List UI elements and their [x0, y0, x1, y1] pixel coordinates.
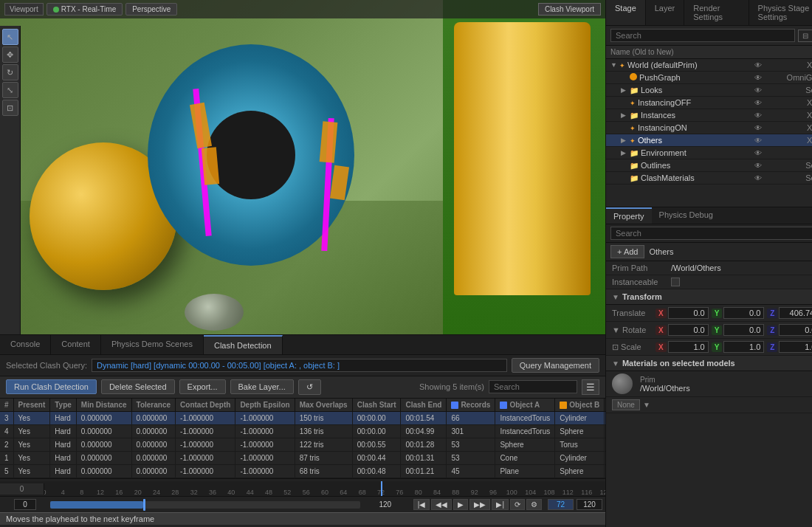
tree-item-clashmaterials[interactable]: 📁 ClashMaterials 👁 Scope — [606, 172, 812, 185]
tab-stage[interactable]: Stage — [606, 0, 646, 25]
tree-item-instancingoff[interactable]: ✦ InstancingOFF 👁 Xform — [606, 97, 812, 109]
loop-button[interactable]: ⟳ — [510, 499, 525, 510]
tab-clash-detection[interactable]: Clash Detection — [204, 335, 283, 354]
viewport-label: Viewport — [4, 3, 44, 16]
rotate-x-input[interactable] — [668, 324, 709, 336]
rtx-realtime-button[interactable]: RTX - Real-Time — [47, 3, 123, 16]
clash-table-body: 3 Yes Hard 0.000000 0.000000 -1.000000 -… — [0, 412, 605, 478]
tab-physics-stage[interactable]: Physics Stage Settings — [749, 0, 812, 25]
export-button[interactable]: Export... — [179, 379, 226, 394]
scale-y-input[interactable] — [723, 341, 764, 353]
visibility-icon[interactable]: 👁 — [754, 162, 769, 170]
tree-item-others[interactable]: ▶ ✦ Others 👁 Xform — [606, 134, 812, 147]
materials-section-header[interactable]: ▼ Materials on selected models — [606, 356, 812, 371]
tree-item-world[interactable]: ▼ ✦ World (defaultPrim) 👁 Xform — [606, 59, 812, 72]
transform-section-header[interactable]: ▼ Transform ⊡ — [606, 289, 812, 305]
instanceable-checkbox[interactable] — [671, 278, 680, 286]
rotate-y-input[interactable] — [723, 324, 764, 336]
translate-y-input[interactable] — [723, 307, 764, 319]
visibility-icon[interactable]: 👁 — [754, 74, 769, 82]
play-beginning-button[interactable]: |◀ — [413, 499, 430, 510]
table-row[interactable]: 4 Yes Hard 0.000000 0.000000 -1.000000 -… — [0, 425, 605, 438]
translate-x-input[interactable] — [668, 307, 709, 319]
play-end-button[interactable]: ▶| — [492, 499, 509, 510]
visibility-icon[interactable]: 👁 — [754, 174, 769, 182]
timeline-scrub-bar[interactable] — [50, 501, 360, 509]
scale-z-input[interactable] — [779, 341, 812, 353]
tree-item-instancingon[interactable]: ✦ InstancingON 👁 Xform — [606, 122, 812, 134]
tab-property[interactable]: Property — [606, 207, 652, 224]
timeline-mark-40: 40 — [227, 489, 235, 496]
settings-button[interactable]: ⚙ — [526, 499, 542, 510]
tree-item-label: Instances — [641, 111, 754, 120]
tree-item-instances[interactable]: ▶ 📁 Instances 👁 Xform — [606, 109, 812, 122]
z-axis-label: Z — [767, 309, 777, 318]
move-tool-button[interactable] — [2, 46, 18, 63]
tree-item-environment[interactable]: ▶ 📁 Environment 👁 — [606, 147, 812, 159]
table-row[interactable]: 3 Yes Hard 0.000000 0.000000 -1.000000 -… — [0, 412, 605, 425]
end-frame-input2[interactable] — [577, 499, 602, 510]
tree-item-icon: 📁 — [630, 111, 639, 120]
cell-type: Hard — [50, 452, 77, 465]
col-obj-b: Object B — [555, 399, 605, 412]
play-button[interactable]: ▶ — [453, 499, 468, 510]
visibility-icon[interactable]: 👁 — [754, 111, 769, 120]
tree-item-outlines[interactable]: 📁 Outlines 👁 Scope — [606, 159, 812, 172]
prev-keyframe-button[interactable]: ◀◀ — [431, 499, 452, 510]
main-area: Viewport RTX - Real-Time Perspective Cla… — [0, 0, 812, 527]
tab-physics-demo[interactable]: Physics Demo Scenes — [101, 335, 204, 354]
tree-item-type: Scope — [769, 86, 812, 94]
table-row[interactable]: 5 Yes Hard 0.000000 0.000000 -1.000000 -… — [0, 465, 605, 478]
none-material: None ▼ — [612, 399, 650, 410]
clash-menu-button[interactable]: ☰ — [582, 379, 599, 395]
tab-render-settings[interactable]: Render Settings — [684, 0, 749, 25]
visibility-icon[interactable]: 👁 — [754, 61, 769, 69]
tab-console[interactable]: Console — [0, 335, 51, 354]
visibility-icon[interactable]: 👁 — [754, 99, 769, 107]
tab-content[interactable]: Content — [51, 335, 101, 354]
visibility-icon[interactable]: 👁 — [754, 137, 769, 145]
table-row[interactable]: 1 Yes Hard 0.000000 0.000000 -1.000000 -… — [0, 452, 605, 465]
scale-tool-button[interactable] — [2, 82, 18, 98]
plus-icon: + — [617, 247, 622, 256]
materials-row: Prim /World/Others — [606, 371, 812, 397]
visibility-icon[interactable]: 👁 — [754, 149, 769, 157]
none-dropdown-arrow[interactable]: ▼ — [643, 401, 650, 409]
tree-item-looks[interactable]: ▶ 📁 Looks 👁 Scope — [606, 84, 812, 97]
property-tabs: Property Physics Debug — [606, 207, 812, 224]
start-frame-input[interactable] — [14, 499, 36, 510]
scale-x-input[interactable] — [668, 341, 709, 353]
run-clash-detection-button[interactable]: Run Clash Detection — [6, 379, 97, 394]
tree-item-pushgraph[interactable]: PushGraph 👁 OmniGraph — [606, 72, 812, 84]
table-row[interactable]: 2 Yes Hard 0.000000 0.000000 -1.000000 -… — [0, 438, 605, 452]
delete-selected-button[interactable]: Delete Selected — [101, 379, 175, 394]
timeline-ruler[interactable]: 0481216202428323640444852566064687276808… — [44, 481, 605, 496]
refresh-button[interactable]: ↺ — [298, 379, 321, 395]
bake-layer-button[interactable]: Bake Layer... — [230, 379, 294, 394]
filter-button[interactable]: ⊟ — [798, 30, 812, 42]
tab-layer[interactable]: Layer — [646, 0, 685, 25]
perspective-button[interactable]: Perspective — [125, 3, 177, 16]
timeline-mark-104: 104 — [525, 489, 536, 496]
timeline-mark-108: 108 — [543, 489, 554, 496]
tab-physics-debug[interactable]: Physics Debug — [652, 207, 720, 224]
play-forward-button[interactable]: ▶▶ — [469, 499, 490, 510]
select-tool-button[interactable] — [2, 29, 18, 45]
current-frame-input[interactable] — [548, 499, 574, 510]
timeline-mark-48: 48 — [265, 489, 272, 496]
rotate-z-input[interactable] — [779, 324, 812, 336]
visibility-icon[interactable]: 👁 — [754, 86, 769, 94]
query-management-button[interactable]: Query Management — [512, 358, 599, 373]
translate-z-input[interactable] — [779, 307, 812, 319]
cell-clash-end: 00:01.31 — [401, 452, 447, 465]
add-property-button[interactable]: + Add — [610, 245, 644, 258]
translate-row: Translate X Y Z — [606, 305, 812, 322]
clash-viewport-button[interactable]: Clash Viewport — [538, 3, 601, 16]
camera-tool-button[interactable] — [2, 100, 18, 116]
property-search-input[interactable] — [610, 227, 812, 240]
clash-table: # Present Type Min Distance Tolerance Co… — [0, 399, 605, 478]
visibility-icon[interactable]: 👁 — [754, 124, 769, 132]
clash-search-input[interactable] — [489, 380, 577, 393]
stage-search-input[interactable] — [610, 29, 795, 42]
rotate-tool-button[interactable] — [2, 64, 18, 80]
